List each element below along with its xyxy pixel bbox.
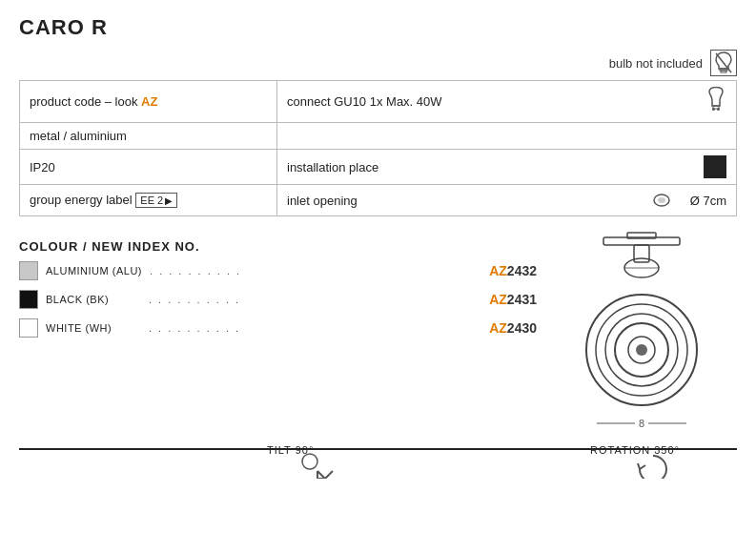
black-code: AZ2431 <box>489 292 537 307</box>
energy-label-text: group energy label <box>30 193 133 207</box>
colour-item-black: BLACK (BK) . . . . . . . . . . AZ2431 <box>19 290 537 309</box>
energy-box: EE 2 ▶ <box>135 193 177 208</box>
colour-section: COLOUR / NEW INDEX NO. ALUMINIUM (ALU) .… <box>19 230 537 429</box>
product-title: CARO R <box>19 15 737 40</box>
spec-row-4: group energy label EE 2 ▶ inlet opening … <box>20 185 737 216</box>
side-view-diagram <box>575 230 708 282</box>
alu-swatch <box>19 261 38 280</box>
white-dots: . . . . . . . . . . <box>149 322 481 334</box>
alu-name: ALUMINIUM (ALU) <box>46 265 142 276</box>
black-name: BLACK (BK) <box>46 294 141 305</box>
spec-row-1: product code – look AZ connect GU10 1x M… <box>20 81 737 123</box>
black-swatch <box>19 290 38 309</box>
installation-icon <box>704 155 726 178</box>
dimension-label: 8 <box>639 418 644 429</box>
tilt-arrows <box>300 452 348 479</box>
material-label: metal / aluminium <box>30 129 127 143</box>
specs-table: product code – look AZ connect GU10 1x M… <box>19 80 737 216</box>
svg-rect-2 <box>721 71 726 72</box>
colour-section-title: COLOUR / NEW INDEX NO. <box>19 239 537 254</box>
ip-rating-label: IP20 <box>30 160 55 174</box>
diameter-indicator: Ø 7cm <box>652 191 726 210</box>
bulb-label: bulb not included <box>609 56 703 71</box>
installation-place-label: installation place <box>287 160 378 174</box>
white-swatch <box>19 318 38 338</box>
rotation-arrows <box>636 452 670 479</box>
svg-point-21 <box>302 454 317 469</box>
energy-arrow: ▶ <box>165 195 173 206</box>
spec-row-3: IP20 installation place <box>20 150 737 185</box>
white-name: WHITE (WH) <box>46 322 141 334</box>
black-dots: . . . . . . . . . . <box>149 294 481 305</box>
svg-rect-10 <box>634 245 649 262</box>
spec-row-2: metal / aluminium <box>20 123 737 150</box>
colour-item-white: WHITE (WH) . . . . . . . . . . AZ2430 <box>19 318 537 338</box>
diameter-value: Ø 7cm <box>690 194 726 208</box>
bulb-icon <box>710 50 737 76</box>
alu-dots: . . . . . . . . . . <box>150 265 481 276</box>
round-view-diagram <box>580 288 704 412</box>
svg-point-5 <box>717 108 720 111</box>
product-code-label: product code – look <box>30 94 137 109</box>
gu10-icon <box>705 87 726 116</box>
white-code: AZ2430 <box>489 320 537 336</box>
colour-item-alu: ALUMINIUM (ALU) . . . . . . . . . . AZ24… <box>19 261 537 280</box>
alu-code: AZ2432 <box>489 263 537 278</box>
inlet-label: inlet opening <box>287 194 358 208</box>
svg-point-18 <box>636 344 647 356</box>
energy-value: EE 2 <box>140 195 163 206</box>
connect-label: connect GU10 1x Max. 40W <box>287 94 442 109</box>
product-code-az: AZ <box>141 94 157 109</box>
diagram-area: 8 <box>546 230 737 429</box>
svg-line-0 <box>716 53 731 72</box>
svg-point-7 <box>658 197 665 203</box>
svg-point-4 <box>712 108 715 111</box>
